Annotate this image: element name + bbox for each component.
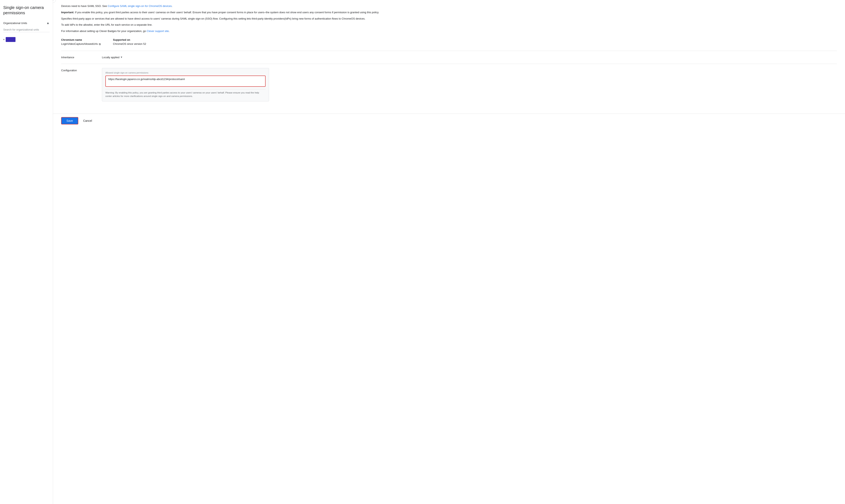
inheritance-value: Locally applied — [102, 56, 119, 59]
description-line-3: Specifies third-party apps or services t… — [61, 17, 837, 21]
description-line-1: Devices need to have SAML SSO. See Confi… — [61, 4, 837, 8]
config-textarea[interactable] — [108, 77, 263, 84]
config-textarea-wrapper — [105, 75, 265, 87]
org-tree-item: ▾ — [3, 37, 50, 42]
cancel-button[interactable]: Cancel — [82, 118, 94, 124]
description-text-5-prefix: For information about setting up Clever … — [61, 30, 147, 33]
chromium-name-value: LoginVideoCaptureAllowedUrls — [61, 42, 98, 46]
chromium-name-col: Chromium name LoginVideoCaptureAllowedUr… — [61, 38, 101, 46]
tree-arrow-icon[interactable]: ▾ — [3, 38, 4, 41]
save-button[interactable]: Save — [61, 117, 78, 124]
org-units-header: Organizational Units ▲ — [3, 21, 50, 25]
saml-config-link[interactable]: Configure SAML single sign-on for Chrome… — [108, 4, 172, 7]
chromium-name-label: Chromium name — [61, 38, 101, 41]
description-block: Devices need to have SAML SSO. See Confi… — [61, 4, 837, 33]
supported-on-value: ChromeOS since version 52 — [113, 42, 146, 46]
org-units-label: Organizational Units — [3, 22, 27, 25]
external-link-icon: ⧉ — [99, 42, 101, 46]
configuration-row: Configuration Allowed single sign-on cam… — [61, 64, 837, 106]
org-unit-block[interactable] — [6, 37, 16, 42]
footer: Save Cancel — [53, 114, 845, 128]
description-text-1: Devices need to have SAML SSO. See — [61, 4, 108, 7]
configuration-content: Allowed single sign-on camera permission… — [102, 68, 837, 102]
inheritance-label: Inheritance — [61, 55, 102, 59]
search-input[interactable] — [3, 27, 50, 32]
config-field-label: Allowed single sign-on camera permission… — [105, 71, 265, 74]
configuration-label: Configuration — [61, 68, 102, 72]
chevron-up-icon[interactable]: ▲ — [46, 21, 50, 25]
description-text-5-suffix: . — [169, 30, 170, 33]
content-area: Devices need to have SAML SSO. See Confi… — [53, 0, 845, 106]
page-title: Single sign-on camera permissions — [3, 5, 50, 16]
dropdown-arrow-icon: ▼ — [120, 56, 123, 59]
chromium-info: Chromium name LoginVideoCaptureAllowedUr… — [61, 37, 837, 46]
sidebar: Single sign-on camera permissions Organi… — [0, 0, 53, 504]
description-line-4: To add IdPs to the allowlist, enter the … — [61, 23, 837, 27]
clever-support-link[interactable]: Clever support site — [147, 30, 169, 33]
description-line-2: Important: If you enable this policy, yo… — [61, 11, 837, 15]
main-content: ‹ Devices need to have SAML SSO. See Con… — [53, 0, 845, 504]
chromium-name-link[interactable]: LoginVideoCaptureAllowedUrls ⧉ — [61, 42, 101, 46]
description-text-2: If you enable this policy, you grant thi… — [74, 11, 379, 14]
config-container: Allowed single sign-on camera permission… — [102, 68, 269, 102]
description-line-5: For information about setting up Clever … — [61, 29, 837, 33]
important-label: Important: — [61, 11, 74, 14]
supported-on-label: Supported on — [113, 38, 146, 41]
supported-on-col: Supported on ChromeOS since version 52 — [113, 38, 146, 46]
inheritance-row: Inheritance Locally applied ▼ — [61, 51, 837, 64]
inheritance-content: Locally applied ▼ — [102, 55, 837, 60]
warning-text: Warning: By enabling this policy, you ar… — [105, 89, 265, 98]
inheritance-dropdown[interactable]: Locally applied ▼ — [102, 55, 123, 60]
